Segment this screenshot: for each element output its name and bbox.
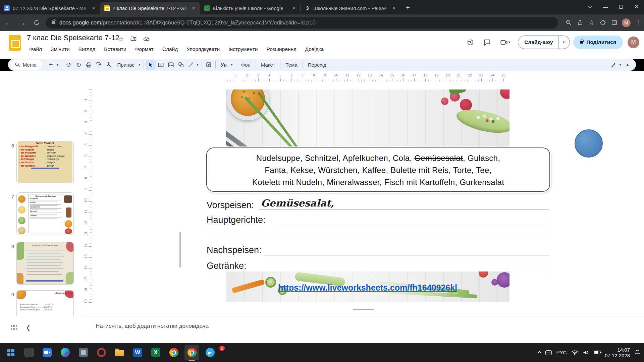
answer-line[interactable]	[264, 255, 549, 255]
thumbnail-slide-7[interactable]: Speisen und Getränke VorspeisenSuppenHau…	[16, 192, 74, 235]
tab-close-icon[interactable]: ✕	[291, 5, 297, 11]
taskbar-camera-app-icon[interactable]	[40, 345, 54, 360]
battery-icon[interactable]	[594, 351, 600, 354]
new-slide-dropdown-icon[interactable]: ▼	[55, 63, 60, 66]
slide-canvas[interactable]: 1234567891011121314151617181920212223242…	[82, 71, 644, 316]
slide-page[interactable]: Nudelsuppe, Schnitzel, Apfelkuchen, Cola…	[226, 89, 509, 302]
chrome-menu-chevron-icon[interactable]	[582, 0, 598, 13]
top-food-photo[interactable]	[226, 89, 509, 150]
menu-help[interactable]: Довідка	[302, 45, 327, 54]
slideshow-button[interactable]: Слайд-шоу	[518, 36, 558, 49]
menu-tools[interactable]: Інструменти	[225, 45, 261, 54]
transition-button[interactable]: Перехід	[305, 60, 330, 69]
answer-line[interactable]	[274, 225, 549, 225]
start-button[interactable]	[3, 345, 18, 360]
file-explorer-icon[interactable]	[112, 345, 127, 360]
theme-button[interactable]: Тема	[282, 60, 301, 69]
menu-view[interactable]: Вигляд	[75, 45, 99, 54]
chevron-down-icon[interactable]: ▼	[229, 63, 234, 66]
print-button[interactable]	[84, 60, 94, 70]
comments-icon[interactable]	[480, 36, 494, 49]
vorspeisen-answer[interactable]: Gemüsesalat,	[261, 197, 334, 209]
answer-line[interactable]	[252, 271, 549, 271]
tab-close-icon[interactable]: ✕	[91, 5, 97, 11]
bookmark-star-icon[interactable]: ☆	[586, 17, 597, 28]
minimize-button[interactable]: —	[598, 0, 613, 13]
tab-close-icon[interactable]: ✕	[191, 5, 197, 11]
meet-camera-dropdown[interactable]: ▼	[497, 36, 515, 49]
paint-format-button[interactable]	[94, 60, 104, 70]
profile-avatar[interactable]: M	[622, 18, 631, 27]
thumbnail-slide-6[interactable]: Neue Wörter das Hauptgerichtосновна стра…	[16, 141, 74, 184]
chrome-icon[interactable]	[166, 345, 181, 360]
menu-extensions[interactable]: Розширення	[263, 45, 299, 54]
chevron-down-icon[interactable]: ▼	[618, 63, 623, 66]
zoom-out-page-icon[interactable]	[563, 17, 574, 28]
inserted-circle-shape[interactable]	[575, 129, 603, 158]
extensions-puzzle-icon[interactable]	[597, 17, 608, 28]
touchpad-icon[interactable]	[545, 350, 552, 355]
taskbar-app-grey-icon[interactable]	[76, 345, 91, 360]
notes-divider-handle[interactable]	[353, 309, 374, 310]
insert-line-button[interactable]	[186, 60, 196, 70]
new-tab-button[interactable]: +	[403, 3, 413, 13]
taskbar-clock[interactable]: 14:07 07.12.2023	[605, 347, 630, 358]
liveworksheets-link[interactable]: https://www.liveworksheets.com/fh1640926…	[226, 283, 509, 293]
chrome-active-icon[interactable]	[184, 345, 199, 360]
menu-format[interactable]: Формат	[132, 45, 157, 54]
hide-menus-chevron-icon[interactable]: ▲	[623, 60, 633, 70]
notes-placeholder[interactable]: Натисніть, щоб додати нотатки доповідача	[96, 323, 209, 329]
taskbar-browser-swirl-icon[interactable]	[58, 345, 72, 360]
text-box-button[interactable]	[156, 60, 166, 70]
word-list-textbox[interactable]: Nudelsuppe, Schnitzel, Apfelkuchen, Cola…	[206, 147, 550, 192]
line-dropdown-icon[interactable]: ▼	[195, 63, 200, 66]
side-panel-icon[interactable]	[608, 17, 620, 28]
insert-image-button[interactable]	[166, 60, 176, 70]
share-button[interactable]: Поділитися	[573, 36, 623, 49]
redo-button[interactable]: ↻	[74, 60, 84, 70]
url-omnibox[interactable]: docs.google.com/presentation/d/1-r8ADfXq…	[46, 17, 558, 28]
collapse-filmstrip-icon[interactable]: ❮	[26, 324, 31, 331]
select-tool-button[interactable]	[146, 60, 156, 70]
word-icon[interactable]: W	[130, 345, 145, 360]
new-slide-button[interactable]: +	[46, 60, 56, 70]
menu-edit[interactable]: Змінити	[48, 45, 72, 54]
search-menus-pill[interactable]: Меню	[11, 60, 42, 70]
layout-button[interactable]: Макет	[258, 60, 278, 69]
background-button[interactable]: Фон	[238, 60, 254, 69]
account-avatar[interactable]: M	[628, 37, 639, 48]
volume-icon[interactable]	[583, 350, 589, 356]
tab-close-icon[interactable]: ✕	[391, 5, 397, 11]
scrollbar-thumb[interactable]	[179, 232, 181, 267]
restore-button[interactable]	[613, 0, 629, 13]
star-document-icon[interactable]: ☆	[118, 35, 124, 43]
editing-mode-dropdown[interactable]	[608, 60, 619, 70]
taskbar-app-ring-icon[interactable]	[94, 345, 109, 360]
tab-sheets[interactable]: Кількість учнів школи - Google ✕	[200, 2, 300, 14]
menu-arrange[interactable]: Упорядкувати	[183, 45, 223, 54]
back-button[interactable]: ←	[3, 17, 14, 28]
tab-znanija[interactable]: 3 Школьные Знания.com - Решае ✕	[301, 2, 400, 14]
document-title[interactable]: 7 клас Die Speisekarte 7-12	[27, 34, 119, 42]
insert-placeholder-button[interactable]	[204, 60, 214, 70]
menu-file[interactable]: Файл	[26, 45, 45, 54]
reload-button[interactable]	[31, 17, 42, 28]
wifi-icon[interactable]	[571, 350, 578, 356]
tab-slides[interactable]: 7 клас Die Speisekarte 7-12 - Go ✕	[100, 2, 200, 14]
menu-insert[interactable]: Вставити	[101, 45, 129, 54]
telegram-icon[interactable]	[203, 345, 217, 360]
menu-slide[interactable]: Слайд	[159, 45, 181, 54]
language-indicator[interactable]: РУС	[556, 350, 567, 355]
tab-meet[interactable]: 07.12.2023 Die Speisekarte - Me ✕	[0, 2, 100, 14]
input-tools-dropdown[interactable]: Ун	[217, 60, 230, 69]
thumbnail-slide-8[interactable]: Speisekarte Café Windbeutel	[16, 242, 74, 285]
move-to-folder-icon[interactable]	[130, 35, 137, 42]
fit-zoom-dropdown[interactable]: Припас	[114, 60, 138, 69]
slides-logo-icon[interactable]	[9, 35, 21, 51]
grid-view-icon[interactable]	[11, 325, 17, 330]
browser-kebab-menu-icon[interactable]: ⋮	[633, 17, 644, 28]
excel-icon[interactable]: X	[148, 345, 163, 360]
slideshow-dropdown[interactable]: ▼	[558, 36, 570, 49]
answer-line[interactable]	[259, 209, 549, 209]
notifications-bell-icon[interactable]	[634, 349, 641, 356]
